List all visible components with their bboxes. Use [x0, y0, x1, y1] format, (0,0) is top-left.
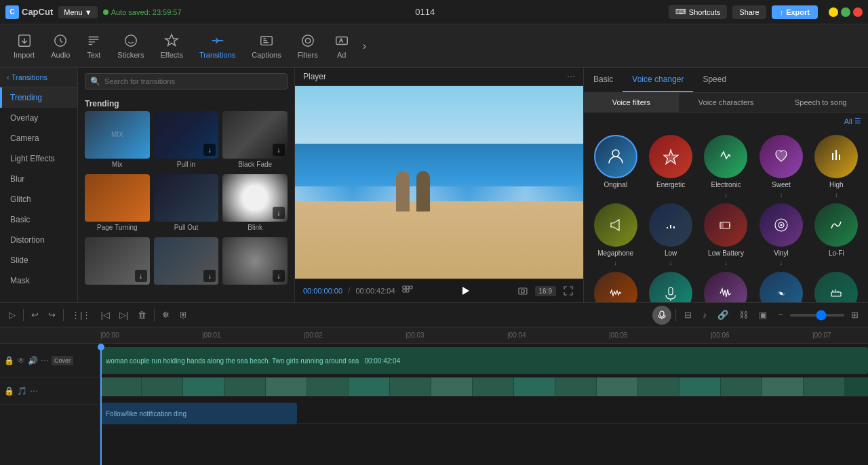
pip-button[interactable]: ▣: [755, 308, 771, 322]
vf-item-lofi[interactable]: Lo-Fi: [812, 203, 861, 266]
vf-item-megaphone[interactable]: Megaphone ↓: [591, 203, 640, 266]
select-tool-button[interactable]: ▷: [5, 308, 19, 322]
transition-blink[interactable]: ↓ Blink: [222, 174, 288, 233]
export-button[interactable]: ↑ Export: [772, 5, 818, 19]
vf-item-original[interactable]: Original: [591, 135, 640, 198]
toolbar-item-import[interactable]: Import: [5, 29, 43, 63]
play-button[interactable]: [458, 283, 473, 298]
delete-button[interactable]: 🗑: [134, 308, 150, 322]
screenshot-button[interactable]: [516, 284, 530, 298]
redo-button[interactable]: ↪: [45, 308, 59, 322]
toolbar-item-transitions[interactable]: Transitions: [191, 29, 243, 63]
download-icon[interactable]: ↓: [273, 144, 285, 156]
split-right-button[interactable]: ▷|: [116, 308, 132, 322]
zoom-out-button[interactable]: −: [774, 308, 787, 322]
track-lock-icon[interactable]: 🔒: [4, 356, 14, 365]
shield-button[interactable]: ⛨: [176, 308, 191, 322]
share-button[interactable]: Share: [732, 5, 766, 19]
split-clip-button[interactable]: ⊟: [680, 308, 696, 322]
track-lock-icon2[interactable]: 🔒: [4, 386, 14, 396]
mic-button[interactable]: [652, 306, 671, 325]
close-button[interactable]: [853, 7, 863, 17]
track-audio-icon[interactable]: 🔊: [28, 356, 38, 365]
split-left-button[interactable]: |◁: [97, 308, 113, 322]
vf-tab-voice-characters[interactable]: Voice characters: [679, 93, 774, 112]
transition-row3b[interactable]: ↓: [154, 237, 219, 289]
zoom-slider[interactable]: [790, 314, 844, 317]
vf-item-sweet[interactable]: Sweet ↓: [756, 135, 806, 198]
search-input[interactable]: [85, 73, 288, 89]
transition-mix[interactable]: MIX Mix: [85, 111, 150, 170]
maximize-button[interactable]: [841, 7, 850, 17]
toolbar-item-stickers[interactable]: Stickers: [109, 29, 152, 63]
storyboard-button[interactable]: [401, 284, 414, 298]
sidebar-item-basic[interactable]: Basic: [0, 209, 77, 230]
audio-track[interactable]: Follow/like notification ding: [100, 403, 297, 424]
transition-pullin[interactable]: ↓ Pull in: [154, 111, 219, 170]
fullscreen-button[interactable]: [561, 284, 575, 298]
all-filters-button[interactable]: All ☰: [844, 117, 861, 125]
shortcuts-button[interactable]: ⌨ Shortcuts: [669, 5, 727, 19]
track-more-icon[interactable]: ⋯: [41, 356, 49, 365]
download-icon[interactable]: ↓: [273, 270, 285, 282]
video-track[interactable]: woman couple run holding hands along the…: [100, 347, 868, 374]
transition-blackfade[interactable]: ↓ Black Fade: [222, 111, 288, 170]
freeze-button[interactable]: ❅: [159, 308, 173, 322]
tab-basic[interactable]: Basic: [584, 68, 623, 92]
download-icon[interactable]: ↓: [203, 270, 216, 282]
sidebar-item-glitch[interactable]: Glitch: [0, 189, 77, 209]
vf-tab-voice-filters[interactable]: Voice filters: [584, 93, 679, 112]
transition-row3c[interactable]: ↓: [222, 237, 288, 289]
sidebar-item-blur[interactable]: Blur: [0, 169, 77, 189]
toolbar-more-button[interactable]: ›: [357, 40, 372, 52]
tab-speed[interactable]: Speed: [693, 68, 736, 92]
unlink-button[interactable]: ⛓: [735, 308, 752, 322]
vf-item-low[interactable]: Low ↓: [646, 203, 695, 266]
track-audio-icon2[interactable]: 🎵: [17, 386, 27, 396]
cover-button[interactable]: Cover: [52, 356, 73, 365]
vf-item-tremble[interactable]: Tremble ↓: [591, 272, 640, 302]
svg-point-2: [125, 35, 137, 46]
back-link[interactable]: ‹ Transitions: [7, 73, 71, 81]
vf-item-echo[interactable]: Echo: [756, 272, 806, 302]
sidebar-item-slide[interactable]: Slide: [0, 250, 77, 270]
transition-pageturning[interactable]: Page Turning: [85, 174, 150, 233]
vf-item-synth[interactable]: Synth: [812, 272, 861, 302]
toolbar-item-audio[interactable]: Audio: [43, 29, 78, 63]
sidebar-item-trending[interactable]: Trending: [0, 87, 77, 108]
sidebar-item-overlay[interactable]: Overlay: [0, 108, 77, 128]
split-button[interactable]: ⋮|⋮: [68, 308, 94, 322]
vf-item-distorted[interactable]: Distorted ↓: [701, 272, 751, 302]
track-eye-icon[interactable]: 👁: [17, 356, 25, 365]
transition-row3a[interactable]: ↓: [85, 237, 150, 289]
vf-item-vinyl[interactable]: Vinyl ↓: [756, 203, 806, 266]
toolbar-item-effects[interactable]: Effects: [152, 29, 191, 63]
audio-clip-button[interactable]: ♪: [698, 308, 711, 322]
link-button[interactable]: 🔗: [713, 308, 732, 322]
menu-button[interactable]: Menu ▼: [58, 6, 97, 18]
download-icon[interactable]: ↓: [135, 270, 147, 282]
sidebar-item-mask[interactable]: Mask: [0, 270, 77, 291]
vf-item-electronic[interactable]: Electronic ↓: [701, 135, 751, 198]
toolbar-item-text[interactable]: Text: [78, 29, 109, 63]
download-icon[interactable]: ↓: [203, 144, 216, 156]
player-menu-icon[interactable]: ⋯: [567, 72, 575, 81]
sidebar-item-light-effects[interactable]: Light Effects: [0, 148, 77, 169]
toolbar-item-captions[interactable]: Captions: [243, 29, 289, 63]
sidebar-item-distortion[interactable]: Distortion: [0, 230, 77, 250]
vf-item-high[interactable]: High ↓: [812, 135, 861, 198]
transition-pullout[interactable]: Pull Out: [154, 174, 219, 233]
track-more-icon2[interactable]: ⋯: [30, 386, 38, 396]
vf-tab-speech-to-song[interactable]: Speech to song: [773, 93, 868, 112]
toolbar-item-filters[interactable]: Filters: [290, 29, 326, 63]
tab-voice-changer[interactable]: Voice changer: [623, 68, 693, 92]
undo-button[interactable]: ↩: [28, 308, 42, 322]
download-icon[interactable]: ↓: [273, 207, 285, 219]
sidebar-item-camera[interactable]: Camera: [0, 128, 77, 148]
vf-item-lowbattery[interactable]: Low Battery ↓: [701, 203, 751, 266]
zoom-fit-button[interactable]: ⊞: [847, 308, 863, 322]
vf-item-michog[interactable]: Mic Hog: [646, 272, 695, 302]
minimize-button[interactable]: [829, 7, 838, 17]
toolbar-item-ad[interactable]: Ad: [326, 29, 357, 63]
vf-item-energetic[interactable]: Energetic: [646, 135, 695, 198]
